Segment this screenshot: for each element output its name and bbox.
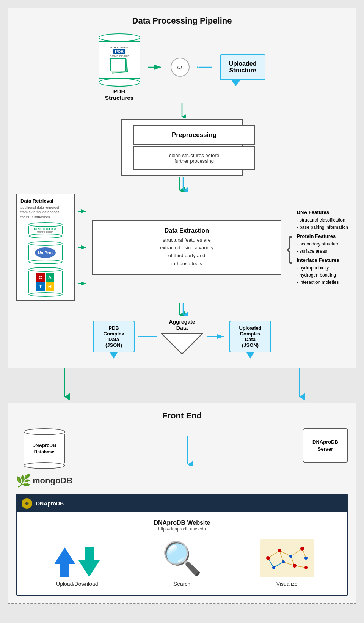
inter-section-arrows xyxy=(8,368,356,399)
dnaprodb-server-shape: DNAproDBServer xyxy=(303,428,348,463)
dnaprodb-database-cylinder: DNAproDBDatabase xyxy=(24,428,65,469)
upload-download-label: Upload/Download xyxy=(56,581,98,587)
pdb-cylinder-top xyxy=(99,33,140,42)
pdb-cylinder-body: WORLDWIDE PDB PROTEIN DATA BANK xyxy=(99,41,140,79)
svg-point-47 xyxy=(282,560,285,563)
frontend-section: Front End DNAproDBDatabase 🌿 mongoDB xyxy=(8,403,356,604)
mongodb-logo: 🌿 mongoDB xyxy=(16,474,72,488)
svg-point-49 xyxy=(304,566,308,569)
arrow-uploaded-to-server xyxy=(288,368,311,399)
svg-point-51 xyxy=(272,566,275,569)
browser-titlebar: ⊕ DNAproDB xyxy=(17,495,347,512)
cath-logo: C A T H xyxy=(36,273,55,291)
arrow-extraction-to-aggregate xyxy=(176,303,188,316)
search-label: Search xyxy=(174,581,190,587)
uniprot-logo: UniProt xyxy=(35,247,56,258)
svg-point-45 xyxy=(289,555,292,558)
arrow-geneontology-to-extraction xyxy=(78,208,89,215)
frontend-title: Front End xyxy=(16,411,348,421)
data-retrieval-panel: Data Retrieval additional data retrieved… xyxy=(16,194,75,301)
upload-download-feature: Upload/Download xyxy=(49,539,105,587)
or-circle: or xyxy=(171,58,190,77)
dnaprodb-browser-icon: ⊕ xyxy=(22,498,32,509)
browser-website-info: DNAproDB Website http://dnaprodb.usc.edu xyxy=(25,519,339,532)
search-feature: 🔍 Search xyxy=(154,539,210,587)
visualize-icon xyxy=(260,539,314,577)
arrow-or-to-preprocess xyxy=(178,103,186,118)
svg-point-43 xyxy=(266,556,270,560)
arrow-aggregate-to-uploaded xyxy=(207,333,226,340)
pipeline-section: Data Processing Pipeline WORLDWIDE PDB P… xyxy=(8,8,356,368)
pdb-cylinder-group: WORLDWIDE PDB PROTEIN DATA BANK PDBStruc… xyxy=(99,33,140,101)
upload-download-icon xyxy=(54,539,100,577)
features-panel: DNA Features - structural classification… xyxy=(297,209,348,286)
website-url: http://dnaprodb.usc.edu xyxy=(25,526,339,532)
browser-mockup: ⊕ DNAproDB DNAproDB Website http://dnapr… xyxy=(16,494,348,596)
browser-content: DNAproDB Website http://dnaprodb.usc.edu xyxy=(17,512,347,595)
uploaded-complex-banner: UploadedComplexData(JSON) xyxy=(229,321,271,352)
svg-point-50 xyxy=(304,557,308,560)
server-column: DNAproDBServer xyxy=(303,428,348,463)
pipeline-title: Data Processing Pipeline xyxy=(16,16,348,26)
visualize-label: Visualize xyxy=(276,581,298,587)
pdb-cylinder-bottom xyxy=(99,78,140,87)
arrow-from-uploaded xyxy=(197,63,212,71)
database-column: DNAproDBDatabase 🌿 mongoDB xyxy=(16,428,72,488)
visualize-feature: Visualize xyxy=(259,539,315,587)
browser-features: Upload/Download 🔍 Search xyxy=(25,539,339,587)
aggregate-data-triangle: AggregateData xyxy=(161,319,203,354)
arrow-db-to-website xyxy=(182,436,193,466)
pdb-label: PDBStructures xyxy=(105,88,133,101)
website-name: DNAproDB Website xyxy=(25,519,339,526)
arrow-aggregate-to-pdb xyxy=(138,333,157,340)
data-extraction-box: Data Extraction structural features aree… xyxy=(92,194,281,301)
arrow-uniprot-to-extraction xyxy=(78,244,89,251)
arrow-cath-to-extraction xyxy=(78,280,89,287)
pdb-complex-banner: PDBComplexData(JSON) xyxy=(93,321,135,352)
search-icon-large: 🔍 xyxy=(162,539,202,577)
browser-title: DNAproDB xyxy=(36,500,64,507)
arrow-pdb-to-database xyxy=(53,368,76,399)
arrow-to-or xyxy=(148,63,163,71)
svg-marker-22 xyxy=(161,333,203,354)
svg-point-48 xyxy=(293,564,297,568)
uploaded-structure-banner: UploadedStructure xyxy=(220,54,266,80)
arrow-preprocess-to-extraction xyxy=(176,177,188,192)
svg-point-44 xyxy=(278,549,281,552)
svg-point-46 xyxy=(300,547,304,551)
preprocessing-box: Preprocessing clean structures beforefur… xyxy=(16,119,348,176)
